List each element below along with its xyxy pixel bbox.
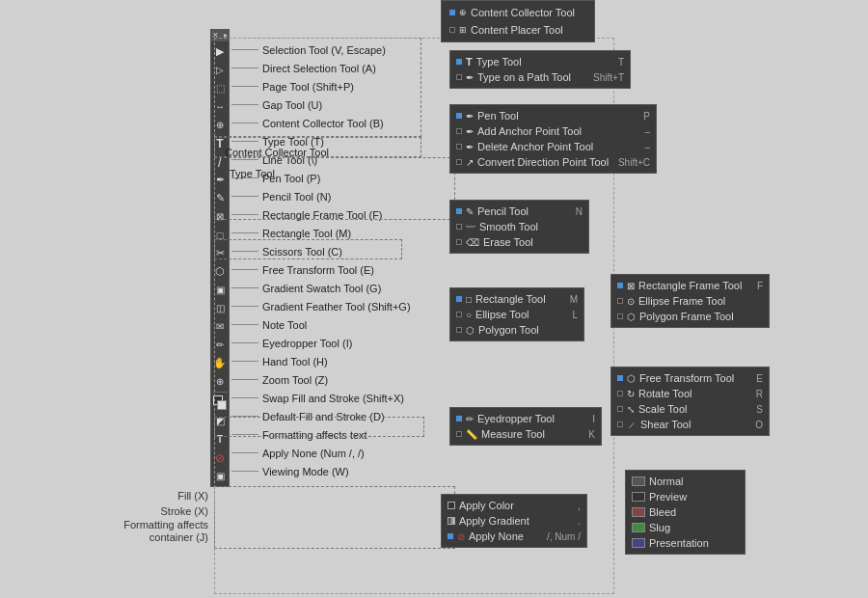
preview-view-item[interactable]: Preview [626, 489, 745, 504]
convert-anchor-label: Convert Direction Point Tool [477, 156, 609, 168]
rect-frame-tool-icon[interactable]: ⊠ [211, 207, 229, 226]
apply-none-label: Apply None (Num /, /) [262, 448, 365, 459]
eyedropper-tool-icon[interactable]: ✏ [211, 336, 229, 354]
tool-row-pencil: Pencil Tool (N) [231, 187, 411, 205]
free-transform-tool-icon[interactable]: ⬡ [211, 262, 229, 281]
note-tool-icon[interactable]: ✉ [211, 317, 229, 336]
normal-view-item[interactable]: Normal [626, 474, 745, 489]
scissors-tool-icon[interactable]: ✂ [211, 244, 229, 262]
content-collector-tool-label: Content Collector Tool (B) [262, 118, 384, 129]
separator-1 [212, 392, 228, 393]
content-placer-item[interactable]: ⊞ Content Placer Tool [442, 21, 594, 39]
page-tool-label: Page Tool (Shift+P) [262, 81, 354, 93]
slug-view-item[interactable]: Slug [626, 520, 745, 535]
selection-tool-icon[interactable]: ▶ [211, 42, 229, 61]
hand-tool-icon[interactable]: ✋ [211, 354, 229, 372]
gap-tool-icon[interactable]: ↔ [211, 97, 229, 116]
bleed-view-label: Bleed [649, 506, 676, 518]
rect-frame-popup: ⊠ Rectangle Frame Tool F ⊙ Ellipse Frame… [610, 274, 770, 328]
content-collector-tool-detail-label: Content Collector Tool [225, 147, 329, 158]
swap-fill-stroke-icon[interactable] [211, 394, 229, 412]
content-collector-tool-icon[interactable]: ⊕ [211, 116, 229, 134]
content-tools-popup: ⊕ Content Collector Tool ⊞ Content Place… [441, 0, 595, 42]
bleed-view-item[interactable]: Bleed [626, 504, 745, 520]
pen-tools-popup: ✒ Pen Tool P ✒ Add Anchor Point Tool – ✒… [449, 104, 657, 174]
delete-anchor-item[interactable]: ✒ Delete Anchor Point Tool – [450, 139, 656, 154]
rect-frame-tool-label: Rectangle Frame Tool (F) [262, 209, 383, 221]
shear-tool-popup-item[interactable]: ⟋ Shear Tool O [611, 417, 769, 432]
gradient-swatch-tool-label: Gradient Swatch Tool (G) [262, 283, 381, 294]
ellipse-frame-popup-item[interactable]: ⊙ Ellipse Frame Tool [611, 293, 769, 309]
rect-frame-popup-item[interactable]: ⊠ Rectangle Frame Tool F [611, 278, 769, 293]
rotate-tool-label: Rotate Tool [638, 388, 692, 399]
content-placer-item-icon: ⊞ [459, 25, 467, 35]
swap-fill-label: Swap Fill and Stroke (Shift+X) [262, 393, 404, 404]
rectangle-tool-icon[interactable]: □ [211, 226, 229, 244]
pencil-tools-popup: ✎ Pencil Tool N 〰 Smooth Tool ⌫ Erase To… [449, 200, 589, 254]
collapse-icon[interactable]: ✕ [212, 31, 219, 40]
tool-row-gradient-swatch: Gradient Swatch Tool (G) [231, 279, 411, 297]
note-tool-label: Note Tool [262, 319, 307, 331]
tool-row-apply-none: Apply None (Num /, /) [231, 444, 411, 462]
direct-selection-tool-icon[interactable]: ▷ [211, 61, 229, 79]
gradient-swatch-tool-icon[interactable]: ▣ [211, 281, 229, 299]
free-transform-popup-item[interactable]: ⬡ Free Transform Tool E [611, 370, 769, 386]
measure-tool-popup-item[interactable]: 📏 Measure Tool K [450, 426, 601, 442]
gradient-feather-tool-icon[interactable]: ◫ [211, 299, 229, 317]
smooth-tool-item[interactable]: 〰 Smooth Tool [450, 219, 588, 234]
rectangle-tool-label: Rectangle Tool (M) [262, 228, 351, 239]
tool-row-page: Page Tool (Shift+P) [231, 77, 411, 95]
apply-gradient-item[interactable]: Apply Gradient . [442, 513, 586, 529]
rectangle-popup-item[interactable]: □ Rectangle Tool M [450, 291, 583, 307]
add-anchor-item[interactable]: ✒ Add Anchor Point Tool – [450, 123, 656, 139]
apply-none-popup-item[interactable]: ⊘ Apply None /, Num / [442, 529, 586, 544]
tool-row-direct-selection: Direct Selection Tool (A) [231, 59, 411, 77]
apply-none-icon[interactable]: ⊘ [211, 448, 229, 467]
free-transform-tool-label: Free Transform Tool (E) [262, 264, 374, 276]
convert-anchor-item[interactable]: ↗ Convert Direction Point Tool Shift+C [450, 154, 656, 170]
expand-icon[interactable]: ▸ [224, 31, 228, 40]
viewing-mode-label: Viewing Mode (W) [262, 466, 349, 477]
pen-tool-icon[interactable]: ✒ [211, 171, 229, 189]
scale-tool-popup-item[interactable]: ⤡ Scale Tool S [611, 401, 769, 417]
polygon-frame-popup-item[interactable]: ⬡ Polygon Frame Tool [611, 309, 769, 324]
pen-popup-header: ✒ Pen Tool P [450, 108, 656, 123]
measure-tool-label: Measure Tool [481, 428, 545, 440]
ellipse-popup-item[interactable]: ○ Ellipse Tool L [450, 307, 583, 322]
selection-tool-label: Selection Tool (V, Escape) [262, 44, 386, 56]
tool-row-gap: Gap Tool (U) [231, 95, 411, 114]
pencil-popup-header: ✎ Pencil Tool N [450, 204, 588, 219]
default-fill-stroke-icon[interactable]: ◩ [211, 412, 229, 430]
direct-selection-tool-label: Direct Selection Tool (A) [262, 63, 376, 74]
formatting-text-icon[interactable]: T [211, 430, 229, 448]
apply-color-item[interactable]: Apply Color , [442, 498, 586, 513]
ellipse-frame-popup-label: Ellipse Frame Tool [638, 295, 725, 307]
content-collector-item[interactable]: ⊕ Content Collector Tool [442, 4, 594, 21]
viewing-mode-icon[interactable]: ▣ [211, 467, 229, 485]
dashed-box-color [214, 486, 455, 549]
eyedropper-popup-item[interactable]: ✏ Eyedropper Tool I [450, 411, 601, 426]
free-transform-popup: ⬡ Free Transform Tool E ↻ Rotate Tool R … [610, 367, 770, 436]
erase-tool-item[interactable]: ⌫ Erase Tool [450, 234, 588, 250]
type-tool-label: Type Tool (T) [262, 136, 324, 148]
free-transform-popup-label: Free Transform Tool [639, 372, 734, 384]
polygon-popup-item[interactable]: ⬡ Polygon Tool [450, 322, 583, 338]
tool-row-free-transform: Free Transform Tool (E) [231, 260, 411, 279]
scale-tool-label: Scale Tool [638, 403, 688, 415]
apply-none-popup-label: Apply None [469, 530, 524, 542]
pen-tool-popup-title: Pen Tool [477, 110, 639, 122]
formatting-label: Formatting affects text [262, 429, 367, 441]
pencil-tool-icon[interactable]: ✎ [211, 189, 229, 207]
page-tool-icon[interactable]: ⬚ [211, 79, 229, 97]
toolbar-header: ✕ ▸ [210, 29, 230, 41]
rect-shape-popup: □ Rectangle Tool M ○ Ellipse Tool L ⬡ Po… [449, 287, 584, 341]
ellipse-popup-label: Ellipse Tool [475, 309, 529, 320]
zoom-tool-icon[interactable]: ⊕ [211, 372, 229, 391]
presentation-view-item[interactable]: Presentation [626, 535, 745, 551]
content-placer-item-label: Content Placer Tool [471, 24, 563, 36]
type-tool-detail-label: Type Tool [230, 168, 275, 179]
rotate-tool-popup-item[interactable]: ↻ Rotate Tool R [611, 386, 769, 401]
stroke-label: Stroke (X) [137, 505, 208, 517]
delete-anchor-label: Delete Anchor Point Tool [477, 141, 593, 152]
type-on-path-item[interactable]: ✒ Type on a Path Tool Shift+T [450, 69, 630, 85]
